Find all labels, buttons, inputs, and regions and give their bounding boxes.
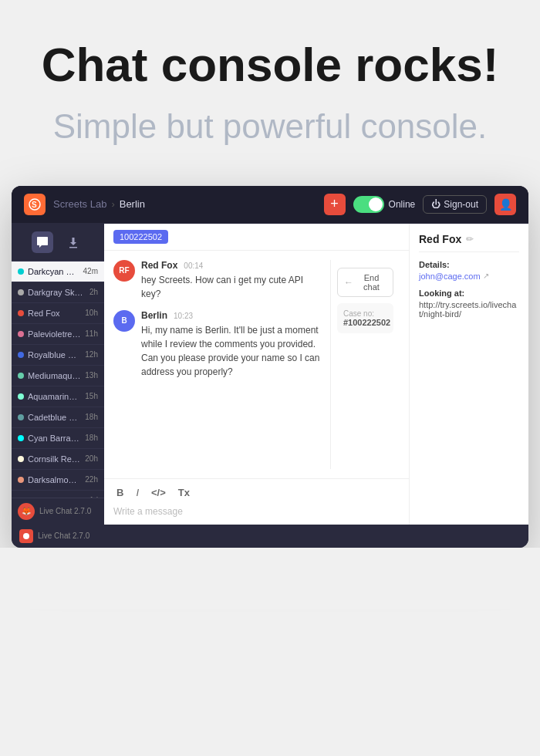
chat-item-name: Mediumaqua... — [28, 371, 81, 380]
footer-logo — [19, 529, 33, 543]
signout-button[interactable]: ⏻ Sign-out — [423, 195, 487, 214]
chat-item-name: Aquamarine ... — [28, 392, 81, 401]
chat-list-item[interactable]: Palevioletred ...11h — [12, 324, 104, 345]
email-text[interactable]: john@cage.com — [419, 272, 481, 281]
status-dot — [18, 435, 24, 441]
chat-list-item[interactable]: Burlywood Fly1d — [12, 491, 104, 498]
case-badge: 100222502 — [113, 230, 168, 244]
footer-version-text: Live Chat 2.7.0 — [38, 532, 89, 540]
chat-list-item[interactable]: Cadetblue Hu...18h — [12, 407, 104, 428]
status-dot — [18, 310, 24, 316]
chat-item-name: Burlywood Fly — [28, 496, 86, 498]
chat-item-time: 18h — [85, 413, 98, 421]
chat-item-time: 2h — [89, 288, 98, 296]
message-sender: Red Fox — [141, 260, 177, 271]
end-chat-button[interactable]: ← End chat — [337, 268, 393, 297]
sidebar: Darkcyan Fox42mDarkgray Sku...2hRed Fox1… — [12, 224, 104, 525]
bold-button[interactable]: B — [113, 485, 127, 500]
chat-item-name: Darkgray Sku... — [28, 288, 86, 297]
looking-at-url: http://try.screets.io/livechat/night-bir… — [419, 300, 519, 319]
status-dot — [18, 414, 24, 420]
details-section: Details: john@cage.com ↗ — [419, 260, 519, 281]
hero-section: Chat console rocks! Simple but powerful … — [0, 0, 540, 170]
sidebar-footer-avatar: 🦊 — [18, 503, 35, 520]
chat-item-time: 18h — [85, 434, 98, 442]
message-input-placeholder[interactable]: Write a message — [113, 505, 400, 518]
chat-item-name: Cyan Barracu... — [28, 434, 81, 443]
power-icon: ⏻ — [431, 199, 440, 210]
message-header: Berlin10:23 — [141, 310, 321, 321]
message-header: Red Fox00:14 — [141, 260, 321, 271]
messages-list: RFRed Fox00:14hey Screets. How can i get… — [113, 260, 321, 469]
download-nav-icon[interactable] — [62, 231, 84, 253]
chat-toolbar: B I </> Tx Write a message — [104, 478, 409, 525]
main-content: Darkcyan Fox42mDarkgray Sku...2hRed Fox1… — [12, 224, 528, 525]
italic-button[interactable]: I — [133, 485, 142, 500]
message-avatar: RF — [113, 260, 135, 282]
chat-item-time: 12h — [85, 350, 98, 359]
chat-item-time: 42m — [83, 267, 98, 275]
panel-title: Red Fox — [419, 233, 461, 245]
chat-message: BBerlin10:23Hi, my name is Berlin. It'll… — [113, 310, 321, 379]
message-content: Berlin10:23Hi, my name is Berlin. It'll … — [141, 310, 321, 379]
status-dot — [18, 393, 24, 400]
app-preview: S Screets Lab › Berlin + Online ⏻ Sign-o… — [12, 186, 528, 548]
chat-list-item[interactable]: Aquamarine ...15h — [12, 386, 104, 407]
chat-messages: RFRed Fox00:14hey Screets. How can i get… — [104, 251, 409, 478]
svg-text:S: S — [32, 201, 37, 209]
nav-current: Berlin — [120, 198, 145, 210]
chat-item-time: 20h — [85, 454, 98, 463]
end-chat-label: End chat — [356, 273, 386, 292]
case-number-label: Case no: — [343, 309, 387, 318]
chat-list-item[interactable]: Darkgray Sku...2h — [12, 282, 104, 303]
chat-item-time: 10h — [85, 309, 98, 317]
chat-header: 100222502 — [104, 224, 409, 251]
add-button[interactable]: + — [324, 194, 346, 215]
chat-item-name: Darkcyan Fox — [28, 267, 79, 276]
chat-list-item[interactable]: Darkcyan Fox42m — [12, 262, 104, 282]
chat-list-item[interactable]: Mediumaqua...13h — [12, 366, 104, 386]
online-toggle[interactable] — [353, 196, 384, 213]
user-avatar[interactable]: 👤 — [494, 194, 516, 215]
sidebar-icon-bar — [12, 224, 104, 262]
chat-item-time: 15h — [85, 392, 98, 400]
chat-list-item[interactable]: Cyan Barracu...18h — [12, 428, 104, 449]
chat-item-name: Cornsilk Rein... — [28, 454, 81, 464]
chat-item-name: Palevioletred ... — [28, 329, 81, 339]
chat-list-item[interactable]: Royalblue Wo...12h — [12, 345, 104, 366]
looking-at-section: Looking at: http://try.screets.io/livech… — [419, 289, 519, 319]
chat-list-item[interactable]: Darksalmon S...22h — [12, 470, 104, 491]
online-label: Online — [389, 199, 416, 210]
chat-area: 100222502 RFRed Fox00:14hey Screets. How… — [104, 224, 409, 525]
toolbar-buttons: B I </> Tx — [113, 485, 400, 500]
bottom-space — [0, 548, 540, 609]
message-avatar: B — [113, 310, 135, 332]
external-link-icon: ↗ — [483, 272, 489, 280]
case-number-value: #100222502 — [343, 318, 387, 327]
edit-icon[interactable]: ✏ — [466, 234, 474, 245]
format-button[interactable]: Tx — [175, 485, 193, 500]
chat-nav-icon[interactable] — [32, 231, 53, 253]
looking-at-label: Looking at: — [419, 289, 519, 298]
signout-label: Sign-out — [444, 199, 478, 210]
hero-subtitle: Simple but powerful console. — [31, 106, 509, 147]
status-dot — [18, 268, 24, 275]
chat-item-time: 1d — [89, 496, 98, 498]
chat-action-sidebar: ← End chat Case no: #100222502 — [330, 260, 400, 469]
code-button[interactable]: </> — [148, 485, 169, 500]
message-text: hey Screets. How can i get my cute API k… — [141, 273, 321, 301]
breadcrumb: Screets Lab › Berlin — [53, 198, 316, 210]
live-chat-version: Live Chat 2.7.0 — [39, 507, 91, 515]
chat-list-item[interactable]: Red Fox10h — [12, 303, 104, 324]
arrow-icon: ← — [344, 277, 353, 288]
case-info-box: Case no: #100222502 — [337, 303, 393, 333]
status-dot — [18, 331, 24, 337]
right-panel: Red Fox ✏ Details: john@cage.com ↗ Looki… — [409, 224, 528, 525]
chat-message: RFRed Fox00:14hey Screets. How can i get… — [113, 260, 321, 301]
topbar-actions: + Online ⏻ Sign-out 👤 — [324, 194, 516, 215]
svg-point-2 — [23, 533, 29, 539]
panel-header: Red Fox ✏ — [419, 233, 519, 252]
status-dot — [18, 373, 24, 379]
nav-separator: › — [111, 198, 114, 210]
chat-list-item[interactable]: Cornsilk Rein...20h — [12, 449, 104, 470]
